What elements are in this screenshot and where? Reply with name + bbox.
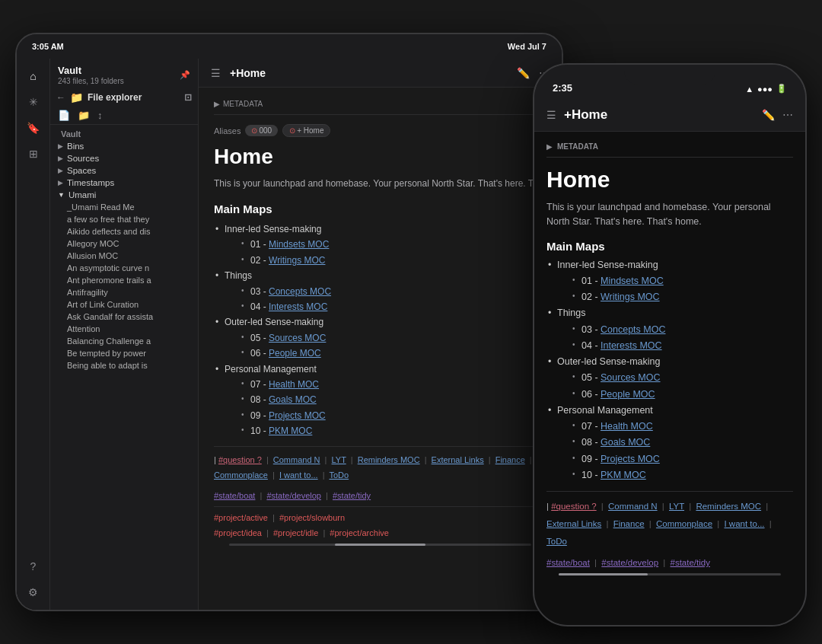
phone-titlebar: ☰ +Home ✏️ ⋯ [534,98,805,132]
folder-bins-label: Bins [67,142,84,151]
file-toolbar: 📄 📁 ↕ [50,107,198,125]
phone-bullet-personal-mgmt: Personal Management 07 - Health MOC 08 -… [546,403,793,483]
phone-link-sources-moc[interactable]: Sources MOC [601,372,661,383]
phone-link-question[interactable]: #question ? [551,502,596,511]
tablet-scrollbar [229,544,531,546]
settings-icon[interactable]: ✳ [22,91,45,113]
pencil-icon[interactable]: ✏️ [517,67,530,79]
link-sources-moc[interactable]: Sources MOC [269,333,326,343]
phone-more-icon[interactable]: ⋯ [782,109,793,121]
home-icon[interactable]: ⌂ [22,65,45,88]
file-8[interactable]: Art of Link Curation [50,298,198,311]
phone-link-concepts-moc[interactable]: Concepts MOC [601,324,665,335]
phone-hashtag-tidy[interactable]: #state/tidy [671,558,710,567]
link-commonplace[interactable]: Commonplace [214,470,268,480]
hashtag-tidy[interactable]: #state/tidy [333,491,371,500]
tag-slowburn[interactable]: #project/slowburn [279,513,345,522]
back-icon[interactable]: ← [56,92,65,103]
link-health-moc[interactable]: Health MOC [269,379,319,390]
phone-link-external[interactable]: External Links [546,519,601,528]
phone-link-people-moc[interactable]: People MOC [601,389,655,400]
link-people-moc[interactable]: People MOC [269,348,321,359]
folder-umami[interactable]: ▼ Umami [50,189,198,201]
grid-icon[interactable]: ⊞ [22,142,45,165]
file-7[interactable]: Antifragility [50,286,198,298]
phone-link-goals-moc[interactable]: Goals MOC [601,437,650,448]
editor-title: +Home [230,67,266,79]
alias-home[interactable]: ⊙ + Home [282,124,330,137]
phone-hashtag-boat[interactable]: #state/boat [546,558,590,567]
link-command-n[interactable]: Command N [273,455,320,464]
bookmark-icon[interactable]: 🔖 [22,116,45,139]
hashtag-develop[interactable]: #state/develop [266,491,321,500]
folder-spaces[interactable]: ▶ Spaces [50,164,198,177]
phone-link-finance[interactable]: Finance [613,519,645,528]
file-1[interactable]: a few so free that they [50,213,198,225]
gear-icon[interactable]: ⚙ [22,581,45,604]
tag-idea[interactable]: #project/idea [214,528,262,537]
file-13[interactable]: Being able to adapt is [50,359,198,371]
link-projects-moc[interactable]: Projects MOC [269,410,326,421]
tag-idle[interactable]: #project/idle [273,528,318,537]
file-5[interactable]: An asymptotic curve n [50,262,198,274]
phone-link-health-moc[interactable]: Health MOC [601,421,653,432]
vault-subtitle: 243 files, 19 folders [58,77,124,85]
file-3[interactable]: Allegory MOC [50,238,198,250]
phone-link-lyt[interactable]: LYT [669,502,684,511]
link-todo[interactable]: ToDo [329,470,349,480]
phone-pencil-icon[interactable]: ✏️ [762,109,775,121]
file-11[interactable]: Balancing Challenge a [50,335,198,347]
link-writings-moc[interactable]: Writings MOC [269,255,325,266]
phone-link-writings-moc[interactable]: Writings MOC [601,292,660,302]
file-9[interactable]: Ask Gandalf for assista [50,311,198,323]
link-pkm-moc[interactable]: PKM MOC [269,426,312,436]
folder-bins[interactable]: ▶ Bins [50,140,198,152]
new-file-icon[interactable]: 📄 [58,110,70,121]
link-external-links[interactable]: External Links [432,455,484,464]
phone-link-pkm-moc[interactable]: PKM MOC [601,470,646,480]
link-interests-moc[interactable]: Interests MOC [269,301,327,312]
tag-active[interactable]: #project/active [214,513,268,522]
link-i-want-to[interactable]: I want to... [279,470,318,480]
phone-link-interests-moc[interactable]: Interests MOC [601,340,662,351]
link-concepts-moc[interactable]: Concepts MOC [269,286,331,297]
phone-link-command-n[interactable]: Command N [608,502,658,511]
phone-link-todo[interactable]: ToDo [546,537,567,546]
hashtag-boat[interactable]: #state/boat [214,491,255,500]
new-folder-icon[interactable]: 📁 [78,110,90,121]
file-12[interactable]: Be tempted by power [50,347,198,359]
alias-000[interactable]: ⊙ 000 [245,125,278,136]
folder-timestamps[interactable]: ▶ Timestamps [50,177,198,189]
file-10[interactable]: Attention [50,323,198,335]
help-icon[interactable]: ? [22,555,45,578]
link-lyt[interactable]: LYT [332,455,346,464]
file-4[interactable]: Allusion MOC [50,250,198,262]
folder-sources-label: Sources [67,154,99,163]
link-mindsets-moc[interactable]: Mindsets MOC [269,239,329,250]
phone-link-projects-moc[interactable]: Projects MOC [601,454,660,464]
phone-bullet-outer-led: Outer-led Sense-making 05 - Sources MOC … [546,354,793,403]
tablet-device: 3:05 AM Wed Jul 7 ⌂ ✳ 🔖 ⊞ ? ⚙ Vault 243 … [15,33,563,611]
link-finance[interactable]: Finance [495,455,525,464]
phone-link-commonplace[interactable]: Commonplace [656,519,712,528]
phone-link-mindsets-moc[interactable]: Mindsets MOC [601,276,664,286]
folder-sources[interactable]: ▶ Sources [50,152,198,164]
file-6[interactable]: Ant pheromone trails a [50,274,198,286]
phone-link-reminders[interactable]: Reminders MOC [696,502,761,511]
sort-icon[interactable]: ↕ [97,110,103,121]
phone-bullet-writings: 02 - Writings MOC [571,289,793,305]
phone-hashtag-develop[interactable]: #state/develop [601,558,658,567]
link-goals-moc[interactable]: Goals MOC [269,394,317,405]
phone-bullet-projects: 09 - Projects MOC [571,451,793,467]
link-question[interactable]: #question ? [218,455,262,464]
hamburger-icon[interactable]: ☰ [211,67,221,79]
phone-bullet-mindsets: 01 - Mindsets MOC [571,273,793,289]
tag-archive[interactable]: #project/archive [330,528,389,537]
pin-icon[interactable]: 📌 [180,70,190,80]
expand-icon[interactable]: ⊡ [184,92,192,103]
file-2[interactable]: Aikido deflects and dis [50,225,198,238]
phone-link-i-want-to[interactable]: I want to... [724,519,764,528]
phone-hamburger-icon[interactable]: ☰ [546,109,556,121]
link-reminders-moc[interactable]: Reminders MOC [358,455,420,464]
file-umami-readme[interactable]: _Umami Read Me [50,201,198,213]
